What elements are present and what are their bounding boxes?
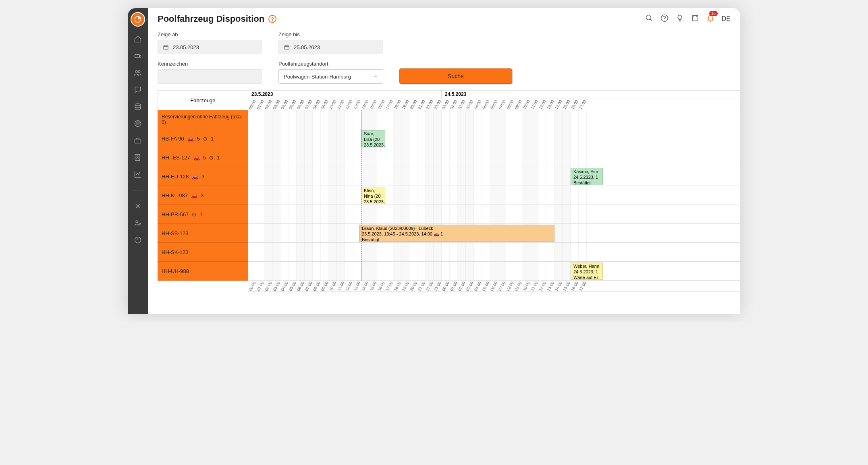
day-header-cell: 23.5.2023 bbox=[248, 91, 442, 99]
svg-point-11 bbox=[139, 223, 140, 224]
vehicle-row-label[interactable]: Reservierungen ohne Fahrzeug (total 0) bbox=[158, 110, 248, 129]
chart-icon[interactable] bbox=[133, 170, 142, 179]
vehicle-row-label[interactable]: HH-KL-987 🚗3 bbox=[158, 186, 248, 205]
svg-rect-15 bbox=[692, 15, 698, 21]
parking-icon[interactable] bbox=[133, 119, 142, 128]
svg-rect-2 bbox=[139, 55, 141, 57]
day-header-cell: 24.5.2023 bbox=[442, 91, 635, 99]
svg-point-3 bbox=[135, 70, 137, 72]
vehicles-column-header: Fahrzeuge bbox=[158, 90, 248, 110]
chat-icon[interactable] bbox=[133, 85, 142, 94]
location-select[interactable]: Poolwagen-Station-Hamburg bbox=[278, 69, 383, 84]
sidebar: › bbox=[128, 8, 148, 314]
gantt-row: Kasimir, Sim24.5.2023, 1Bestätigt bbox=[248, 167, 740, 186]
briefcase-icon[interactable] bbox=[133, 136, 142, 145]
svg-rect-1 bbox=[135, 55, 140, 58]
vehicle-row-label[interactable]: HH-SK-123 bbox=[158, 243, 248, 262]
svg-point-13 bbox=[646, 15, 651, 20]
reservation-block[interactable]: Weber, Hann24.5.2023, 1Warte auf Er bbox=[571, 262, 603, 280]
bell-icon[interactable]: 16 bbox=[706, 14, 714, 24]
app-logo[interactable]: › bbox=[131, 12, 145, 27]
power-icon[interactable] bbox=[133, 236, 142, 244]
vehicle-row-label[interactable]: HH--ES-127 🚗5 ⊙1 bbox=[158, 148, 248, 167]
vehicle-row-label[interactable]: HH-UH-988 bbox=[158, 262, 248, 281]
svg-point-6 bbox=[135, 121, 141, 127]
language-selector[interactable]: DE bbox=[722, 15, 731, 23]
from-date-input[interactable]: 23.05.2023 bbox=[158, 40, 262, 54]
gantt-row: Weber, Hann24.5.2023, 1Warte auf Er bbox=[248, 262, 740, 281]
to-date-input[interactable]: 25.05.2023 bbox=[278, 40, 383, 54]
gantt-row: Klein, Nina (2023.5.2023, 14Warte auf Er… bbox=[248, 186, 740, 205]
to-label: Zeige bis bbox=[278, 31, 383, 37]
reservation-block[interactable]: Kasimir, Sim24.5.2023, 1Bestätigt bbox=[571, 168, 603, 185]
location-label: Poolfahrzeugstandort bbox=[278, 61, 383, 67]
chevron-down-icon bbox=[373, 74, 378, 79]
svg-point-10 bbox=[136, 221, 138, 223]
reservation-block[interactable]: Braun, Klaus (2023/00009) - Lübeck23.5.2… bbox=[359, 225, 554, 242]
stack-icon[interactable] bbox=[133, 102, 142, 111]
svg-rect-16 bbox=[164, 45, 168, 50]
gantt-row bbox=[248, 148, 740, 167]
reservation-block[interactable]: Saar, Lisa (2023.5.2023, 1Bestätigt bbox=[361, 130, 385, 147]
contact-icon[interactable] bbox=[133, 153, 142, 162]
search-icon[interactable] bbox=[645, 14, 653, 24]
calendar-icon bbox=[163, 44, 169, 50]
page-title: Poolfahrzeug Disposition bbox=[158, 14, 264, 24]
svg-point-5 bbox=[135, 104, 140, 106]
gantt-row bbox=[248, 205, 740, 224]
gantt-row bbox=[248, 243, 740, 262]
question-icon[interactable] bbox=[660, 14, 669, 24]
admin-users-icon[interactable] bbox=[133, 219, 142, 227]
vehicle-row-label[interactable]: HH-SB-123 bbox=[158, 224, 248, 243]
calendar-icon bbox=[284, 44, 290, 50]
page-header: Poolfahrzeug Disposition ? 16 DE bbox=[148, 8, 740, 28]
reservation-block[interactable]: Klein, Nina (2023.5.2023, 14Warte auf Er… bbox=[361, 187, 385, 204]
home-icon[interactable] bbox=[133, 35, 142, 43]
fleet-icon[interactable] bbox=[133, 52, 142, 60]
vehicle-row-label[interactable]: HH-PR-567 ⊙1 bbox=[158, 205, 248, 224]
sidebar-expand-icon[interactable]: › bbox=[146, 18, 147, 22]
gantt-row bbox=[248, 110, 740, 129]
vehicle-row-label[interactable]: HB-FA 90 🚗5 ⊙1 bbox=[158, 129, 248, 148]
vehicle-row-label[interactable]: HH-EU-128 🚗3 bbox=[158, 167, 248, 186]
svg-point-4 bbox=[138, 70, 140, 72]
tools-icon[interactable] bbox=[133, 202, 142, 211]
help-icon[interactable]: ? bbox=[268, 15, 276, 23]
users-icon[interactable] bbox=[133, 68, 142, 77]
from-label: Zeige ab bbox=[158, 31, 262, 37]
svg-rect-7 bbox=[135, 139, 141, 143]
svg-point-9 bbox=[137, 156, 138, 157]
gantt-row: Saar, Lisa (2023.5.2023, 1Bestätigt bbox=[248, 129, 740, 148]
gantt-row: Braun, Klaus (2023/00009) - Lübeck23.5.2… bbox=[248, 224, 740, 243]
plate-label: Kennzeichen bbox=[158, 61, 262, 67]
search-button[interactable]: Suche bbox=[399, 68, 512, 84]
plate-input[interactable] bbox=[158, 69, 262, 84]
svg-rect-17 bbox=[284, 45, 289, 50]
note-icon[interactable] bbox=[691, 14, 699, 24]
notification-badge: 16 bbox=[709, 11, 718, 16]
svg-rect-8 bbox=[135, 155, 140, 161]
lightbulb-icon[interactable] bbox=[676, 14, 684, 24]
